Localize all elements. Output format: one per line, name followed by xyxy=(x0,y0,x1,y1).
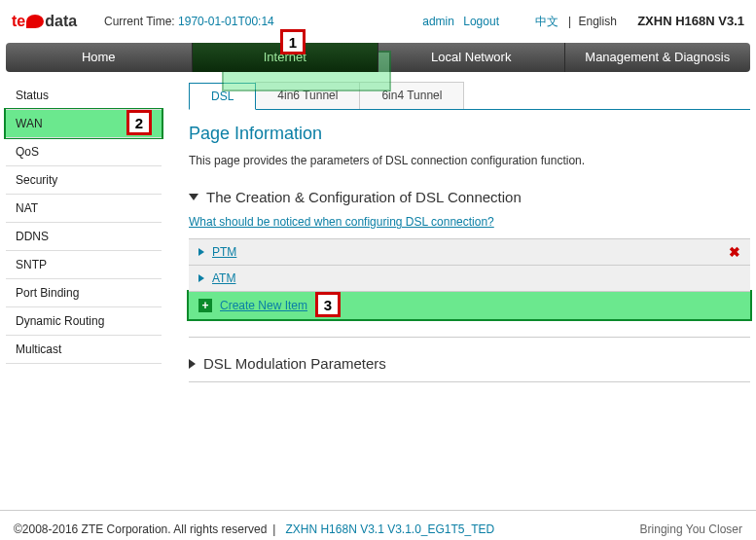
nav-management[interactable]: Management & Diagnosis xyxy=(565,43,751,72)
list-row-atm-label: ATM xyxy=(212,271,235,285)
footer-firmware-link[interactable]: ZXHN H168N V3.1 V3.1.0_EG1T5_TED xyxy=(285,522,494,536)
sidebar-item-nat[interactable]: NAT xyxy=(6,195,162,223)
create-new-item-row[interactable]: + Create New Item 3 xyxy=(189,292,750,319)
footer: ©2008-2016 ZTE Corporation. All rights r… xyxy=(0,510,756,540)
sidebar-item-port-binding[interactable]: Port Binding xyxy=(6,279,162,307)
sidebar-item-dynamic-routing[interactable]: Dynamic Routing xyxy=(6,307,162,336)
nav-local-network[interactable]: Local Network xyxy=(378,43,565,72)
logo-shape-icon xyxy=(26,15,44,28)
content-area: DSL 4in6 Tunnel 6in4 Tunnel Page Informa… xyxy=(162,82,750,432)
chevron-right-icon xyxy=(198,274,204,282)
sidebar: Status WAN 2 QoS Security NAT DDNS SNTP … xyxy=(6,82,162,432)
time-label: Current Time: xyxy=(104,15,175,28)
sidebar-item-wan[interactable]: WAN 2 xyxy=(6,110,162,138)
logo-suffix: data xyxy=(45,13,77,29)
current-time: Current Time: 1970-01-01T00:14 xyxy=(104,15,274,28)
header-right: admin Logout 中文 | English ZXHN H168N V3.… xyxy=(419,14,744,30)
annotation-marker-1: 1 xyxy=(280,29,306,54)
sidebar-wan-label: WAN xyxy=(16,117,43,130)
footer-tagline: Bringing You Closer xyxy=(640,522,742,536)
section-dsl-connection-title: The Creation & Configuration of DSL Conn… xyxy=(206,189,522,205)
sidebar-item-status[interactable]: Status xyxy=(6,82,162,110)
model-label: ZXHN H168N V3.1 xyxy=(637,14,744,28)
page-title: Page Information xyxy=(189,124,750,144)
dsl-connection-list: PTM ✖ ATM + Create New Item 3 xyxy=(189,238,750,319)
nav-home[interactable]: Home xyxy=(6,43,193,72)
main-nav: Home Internet Local Network Management &… xyxy=(6,43,750,72)
chevron-right-icon xyxy=(189,359,196,369)
lang-english: English xyxy=(578,15,616,28)
lang-separator: | xyxy=(568,15,571,28)
create-new-item-label: Create New Item xyxy=(220,299,307,312)
brand-logo: tedata xyxy=(12,8,85,35)
logo-prefix: te xyxy=(12,13,25,29)
footer-separator: | xyxy=(272,522,275,536)
annotation-marker-3: 3 xyxy=(315,292,341,317)
sidebar-item-qos[interactable]: QoS xyxy=(6,138,162,166)
help-link-dsl[interactable]: What should be noticed when configuring … xyxy=(189,215,494,229)
footer-copyright: ©2008-2016 ZTE Corporation. All rights r… xyxy=(14,522,267,536)
sidebar-item-multicast[interactable]: Multicast xyxy=(6,336,162,364)
user-link[interactable]: admin xyxy=(422,15,454,28)
list-row-atm[interactable]: ATM xyxy=(189,266,750,292)
sidebar-item-security[interactable]: Security xyxy=(6,166,162,195)
chevron-down-icon xyxy=(189,194,198,200)
time-value: 1970-01-01T00:14 xyxy=(178,15,274,28)
header-bar: tedata Current Time: 1970-01-01T00:14 ad… xyxy=(0,0,756,43)
sidebar-item-sntp[interactable]: SNTP xyxy=(6,251,162,279)
lang-chinese-link[interactable]: 中文 xyxy=(535,15,558,28)
sidebar-item-ddns[interactable]: DDNS xyxy=(6,223,162,251)
plus-icon: + xyxy=(198,299,212,312)
delete-ptm-button[interactable]: ✖ xyxy=(729,244,740,260)
divider xyxy=(189,381,750,382)
chevron-right-icon xyxy=(198,248,204,256)
section-dsl-connection-toggle[interactable]: The Creation & Configuration of DSL Conn… xyxy=(189,189,750,205)
section-dsl-modulation-toggle[interactable]: DSL Modulation Parameters xyxy=(189,355,750,372)
list-row-ptm-label: PTM xyxy=(212,245,236,259)
annotation-marker-2: 2 xyxy=(126,110,152,135)
logout-link[interactable]: Logout xyxy=(463,15,499,28)
page-description: This page provides the parameters of DSL… xyxy=(189,154,750,167)
list-row-ptm[interactable]: PTM ✖ xyxy=(189,239,750,266)
section-dsl-modulation-title: DSL Modulation Parameters xyxy=(203,355,386,372)
divider xyxy=(189,337,750,338)
